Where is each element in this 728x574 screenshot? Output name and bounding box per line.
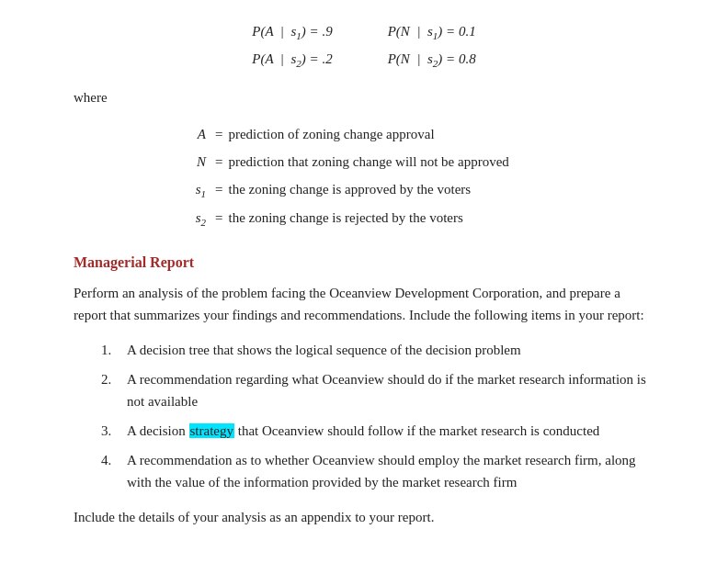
list-content-1: A decision tree that shows the logical s… <box>127 339 654 361</box>
def-desc-A: prediction of zoning change approval <box>228 120 434 148</box>
eq-right-1: P(N | s1) = 0.1 <box>388 18 476 46</box>
list-item-1: 1. A decision tree that shows the logica… <box>101 339 654 361</box>
list-content-4: A recommendation as to whether Oceanview… <box>127 449 654 493</box>
list-item-4: 4. A recommendation as to whether Oceanv… <box>101 449 654 493</box>
footer-text: Include the details of your analysis as … <box>74 506 654 528</box>
def-row-s2: s2 = the zoning change is rejected by th… <box>184 204 654 232</box>
report-list: 1. A decision tree that shows the logica… <box>101 339 654 493</box>
def-eq-s1: = <box>215 175 222 203</box>
def-desc-s1: the zoning change is approved by the vot… <box>228 175 471 203</box>
equation-row-2: P(A | s2) = .2 P(N | s2) = 0.8 <box>74 46 654 73</box>
def-eq-s2: = <box>215 204 222 231</box>
def-var-N: N <box>184 148 206 175</box>
def-var-A: A <box>184 120 206 148</box>
section-title: Managerial Report <box>74 254 654 271</box>
def-var-s2: s2 <box>184 204 206 232</box>
highlight-strategy: strategy <box>189 423 234 438</box>
equations-block: P(A | s1) = .9 P(N | s1) = 0.1 P(A | s2)… <box>74 18 654 73</box>
eq-left-2: P(A | s2) = .2 <box>252 46 332 73</box>
list-num-4: 4. <box>101 449 127 471</box>
list-content-3: A decision strategy that Oceanview shoul… <box>127 420 654 442</box>
list-num-2: 2. <box>101 368 127 390</box>
def-desc-s2: the zoning change is rejected by the vot… <box>228 204 462 231</box>
eq-right-2: P(N | s2) = 0.8 <box>388 46 476 73</box>
section-intro: Perform an analysis of the problem facin… <box>74 282 654 326</box>
def-eq-N: = <box>215 148 222 175</box>
list-num-3: 3. <box>101 420 127 442</box>
def-desc-N: prediction that zoning change will not b… <box>228 148 508 175</box>
where-label: where <box>74 90 654 106</box>
def-var-s1: s1 <box>184 175 206 204</box>
def-row-N: N = prediction that zoning change will n… <box>184 148 654 175</box>
def-row-s1: s1 = the zoning change is approved by th… <box>184 175 654 204</box>
list-item-2: 2. A recommendation regarding what Ocean… <box>101 368 654 412</box>
list-content-2: A recommendation regarding what Oceanvie… <box>127 368 654 412</box>
list-num-1: 1. <box>101 339 127 361</box>
eq-left-1: P(A | s1) = .9 <box>252 18 332 46</box>
equation-row-1: P(A | s1) = .9 P(N | s1) = 0.1 <box>74 18 654 46</box>
list-item-3: 3. A decision strategy that Oceanview sh… <box>101 420 654 442</box>
definitions-block: A = prediction of zoning change approval… <box>184 120 654 232</box>
def-eq-A: = <box>215 120 222 148</box>
def-row-A: A = prediction of zoning change approval <box>184 120 654 148</box>
